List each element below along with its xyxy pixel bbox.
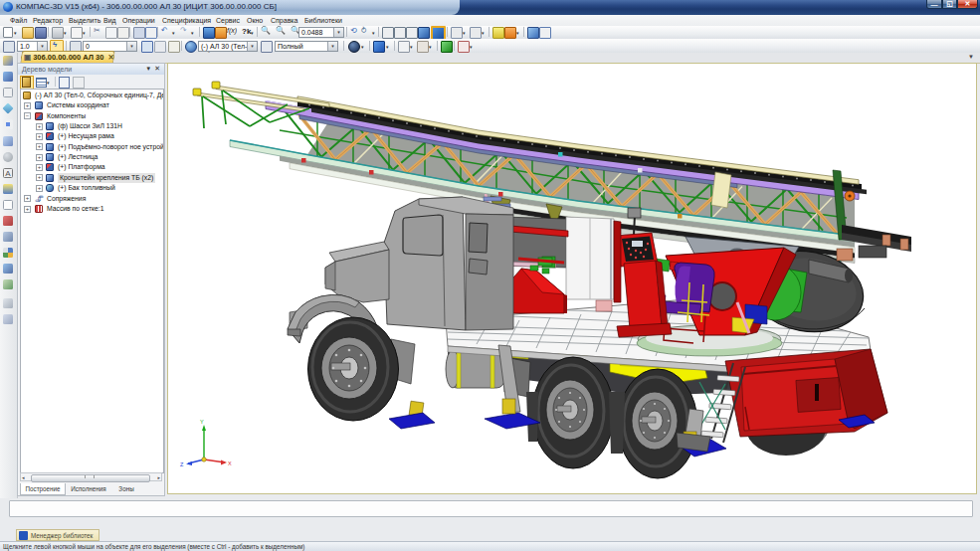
svg-text:Y: Y bbox=[200, 419, 204, 425]
svg-text:X: X bbox=[228, 460, 232, 466]
svg-text:Z: Z bbox=[180, 461, 184, 467]
